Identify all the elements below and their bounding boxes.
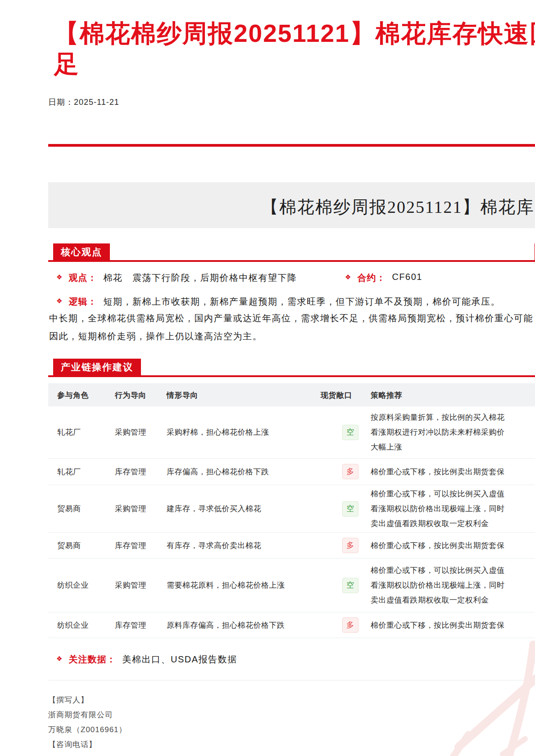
red-divider-rule bbox=[48, 144, 535, 147]
focus-data-label: 关注数据： bbox=[68, 653, 116, 666]
advice-table: 参与角色行为导向情形导向现货敞口策略推荐 轧花厂采购管理采购籽棉，担心棉花价格上… bbox=[48, 383, 535, 638]
exposure-badge: 空 bbox=[342, 578, 358, 593]
page-title-line1: 【棉花棉纱周报20251121】棉花库存快速回 bbox=[54, 18, 535, 49]
cell-scenario: 库存偏高，担心棉花价格下跌 bbox=[167, 467, 315, 477]
footer-line: 【咨询电话】 bbox=[48, 737, 535, 752]
exposure-badge: 多 bbox=[342, 617, 358, 633]
contract-group: ❖ 合约： CF601 bbox=[337, 272, 422, 284]
logic-line-3: 因此，短期棉价走弱，操作上仍以逢高沽空为主。 bbox=[49, 329, 535, 344]
strategy-line: 看涨期权以防价格出现极端上涨，同时 bbox=[371, 501, 535, 516]
diamond-bullet-icon: ❖ bbox=[56, 273, 62, 281]
strategy-line: 棉价重心或下移，可以按比例买入虚值 bbox=[371, 563, 535, 578]
cell-scenario: 需要棉花原料，担心棉花价格上涨 bbox=[167, 580, 315, 590]
advice-table-header: 参与角色行为导向情形导向现货敞口策略推荐 bbox=[48, 384, 535, 406]
cell-participant: 纺织企业 bbox=[48, 620, 115, 630]
cell-scenario: 采购籽棉，担心棉花价格上涨 bbox=[167, 427, 315, 437]
logic-label: 逻辑： bbox=[68, 296, 97, 308]
core-section-header: 核心观点 bbox=[48, 243, 535, 262]
cell-behavior: 采购管理 bbox=[115, 427, 167, 437]
logic-line-2: 中长期，全球棉花供需格局宽松，国内产量或达近年高位，需求增长不足，供需格局预期宽… bbox=[49, 311, 535, 326]
strategy-line: 按原料采购量折算，按比例的买入棉花 bbox=[371, 410, 535, 425]
strategy-line: 卖出虚值看跌期权收取一定权利金 bbox=[371, 516, 535, 531]
footer-line: 万晓泉（Z0016961） bbox=[48, 722, 535, 737]
cell-scenario: 建库存，寻求低价买入棉花 bbox=[167, 504, 315, 514]
table-row: 贸易商采购管理建库存，寻求低价买入棉花空棉价重心或下移，可以按比例买入虚值看涨期… bbox=[48, 485, 535, 532]
cell-strategy: 棉价重心或下移，可以按比例买入虚值看涨期权以防价格出现极端上涨，同时卖出虚值看跌… bbox=[371, 486, 535, 531]
column-header: 参与角色 bbox=[48, 390, 115, 400]
focus-data-row: ❖ 关注数据： 美棉出口、USDA报告数据 bbox=[48, 653, 535, 666]
cell-exposure: 多 bbox=[315, 538, 371, 553]
footer-line: 0571-87219375 bbox=[48, 752, 535, 756]
cell-participant: 贸易商 bbox=[48, 540, 115, 551]
contract-value: CF601 bbox=[392, 272, 422, 282]
cell-behavior: 采购管理 bbox=[115, 504, 167, 514]
cell-strategy: 按原料采购量折算，按比例的买入棉花看涨期权进行对冲以防未来籽棉采购价大幅上涨 bbox=[371, 410, 535, 454]
cell-exposure: 空 bbox=[315, 425, 371, 440]
cell-strategy: 棉价重心或下移，可以按比例买入虚值看涨期权以防价格出现极端上涨，同时卖出虚值看跌… bbox=[371, 563, 535, 608]
cell-strategy: 棉价重心或下移，按比例卖出期货套保 bbox=[371, 538, 535, 553]
exposure-badge: 空 bbox=[342, 425, 358, 440]
diamond-bullet-icon: ❖ bbox=[56, 297, 62, 305]
cell-behavior: 库存管理 bbox=[115, 620, 167, 630]
cell-participant: 轧花厂 bbox=[48, 427, 115, 437]
footer-divider bbox=[48, 680, 535, 680]
diamond-bullet-icon: ❖ bbox=[345, 273, 351, 281]
report-date: 日期：2025-11-21 bbox=[48, 97, 535, 108]
cell-behavior: 库存管理 bbox=[115, 540, 167, 551]
diamond-bullet-icon: ❖ bbox=[56, 655, 62, 663]
column-header: 行为导向 bbox=[115, 390, 167, 400]
report-banner: 【棉花棉纱周报20251121】棉花库 bbox=[48, 182, 535, 228]
cell-strategy: 棉价重心或下移，按比例卖出期货套保 bbox=[371, 618, 535, 633]
banner-title: 【棉花棉纱周报20251121】棉花库 bbox=[261, 196, 535, 219]
logic-paragraph: ❖ 逻辑： 短期，新棉上市收获期，新棉产量超预期，需求旺季，但下游订单不及预期，… bbox=[48, 296, 535, 344]
strategy-line: 看涨期权以防价格出现极端上涨，同时 bbox=[371, 578, 535, 593]
strategy-line: 棉价重心或下移，可以按比例买入虚值 bbox=[371, 486, 535, 501]
report-footer: 【撰写人】浙商期货有限公司万晓泉（Z0016961）【咨询电话】0571-872… bbox=[48, 693, 535, 756]
report-page: 【棉花棉纱周报20251121】棉花库存快速回 足 日期：2025-11-21 … bbox=[0, 18, 535, 756]
cell-participant: 纺织企业 bbox=[48, 580, 115, 590]
strategy-line: 大幅上涨 bbox=[371, 440, 535, 454]
exposure-badge: 多 bbox=[342, 538, 358, 553]
table-row: 纺织企业采购管理需要棉花原料，担心棉花价格上涨空棉价重心或下移，可以按比例买入虚… bbox=[48, 558, 535, 612]
table-row: 轧花厂库存管理库存偏高，担心棉花价格下跌多棉价重心或下移，按比例卖出期货套保 bbox=[48, 458, 535, 485]
cell-scenario: 有库存，寻求高价卖出棉花 bbox=[167, 540, 315, 551]
advice-section-header: 产业链操作建议 bbox=[48, 359, 535, 377]
cell-exposure: 空 bbox=[315, 501, 371, 517]
footer-line: 【撰写人】 bbox=[48, 693, 535, 707]
cell-exposure: 多 bbox=[315, 617, 371, 633]
strategy-line: 看涨期权进行对冲以防未来籽棉采购价 bbox=[371, 425, 535, 440]
column-header: 现货敞口 bbox=[315, 390, 371, 400]
table-row: 贸易商库存管理有库存，寻求高价卖出棉花多棉价重心或下移，按比例卖出期货套保 bbox=[48, 532, 535, 558]
footer-line: 浙商期货有限公司 bbox=[48, 707, 535, 722]
cell-strategy: 棉价重心或下移，按比例卖出期货套保 bbox=[371, 464, 535, 479]
cell-scenario: 原料库存偏高，担心棉花价格下跌 bbox=[167, 620, 315, 630]
strategy-line: 棉价重心或下移，按比例卖出期货套保 bbox=[371, 464, 535, 479]
cell-exposure: 空 bbox=[315, 578, 371, 593]
column-header: 情形导向 bbox=[167, 390, 315, 400]
viewpoint-label: 观点： bbox=[68, 272, 97, 284]
strategy-line: 棉价重心或下移，按比例卖出期货套保 bbox=[371, 618, 535, 633]
cell-participant: 贸易商 bbox=[48, 504, 115, 514]
strategy-line: 卖出虚值看跌期权收取一定权利金 bbox=[371, 593, 535, 608]
core-section-tab: 核心观点 bbox=[53, 243, 110, 260]
contract-label: 合约： bbox=[357, 272, 385, 284]
cell-exposure: 多 bbox=[315, 464, 371, 479]
exposure-badge: 多 bbox=[342, 464, 358, 479]
focus-data-value: 美棉出口、USDA报告数据 bbox=[122, 653, 237, 666]
cell-behavior: 库存管理 bbox=[115, 467, 167, 477]
page-title: 【棉花棉纱周报20251121】棉花库存快速回 足 bbox=[54, 18, 535, 79]
viewpoint-value: 棉花 震荡下行阶段，后期价格中枢有望下降 bbox=[103, 272, 297, 284]
cell-behavior: 采购管理 bbox=[115, 580, 167, 590]
table-row: 纺织企业库存管理原料库存偏高，担心棉花价格下跌多棉价重心或下移，按比例卖出期货套… bbox=[48, 612, 535, 638]
logic-line-1: 短期，新棉上市收获期，新棉产量超预期，需求旺季，但下游订单不及预期，棉价可能承压… bbox=[103, 296, 500, 307]
table-row: 轧花厂采购管理采购籽棉，担心棉花价格上涨空按原料采购量折算，按比例的买入棉花看涨… bbox=[48, 406, 535, 458]
advice-section-tab: 产业链操作建议 bbox=[53, 359, 141, 375]
page-title-line2: 足 bbox=[54, 49, 535, 79]
exposure-badge: 空 bbox=[342, 501, 358, 517]
viewpoint-row: ❖ 观点： 棉花 震荡下行阶段，后期价格中枢有望下降 ❖ 合约： CF601 bbox=[48, 272, 535, 284]
column-header: 策略推荐 bbox=[371, 390, 535, 400]
cell-participant: 轧花厂 bbox=[48, 467, 115, 477]
advice-table-body: 轧花厂采购管理采购籽棉，担心棉花价格上涨空按原料采购量折算，按比例的买入棉花看涨… bbox=[48, 406, 535, 638]
strategy-line: 棉价重心或下移，按比例卖出期货套保 bbox=[371, 538, 535, 553]
